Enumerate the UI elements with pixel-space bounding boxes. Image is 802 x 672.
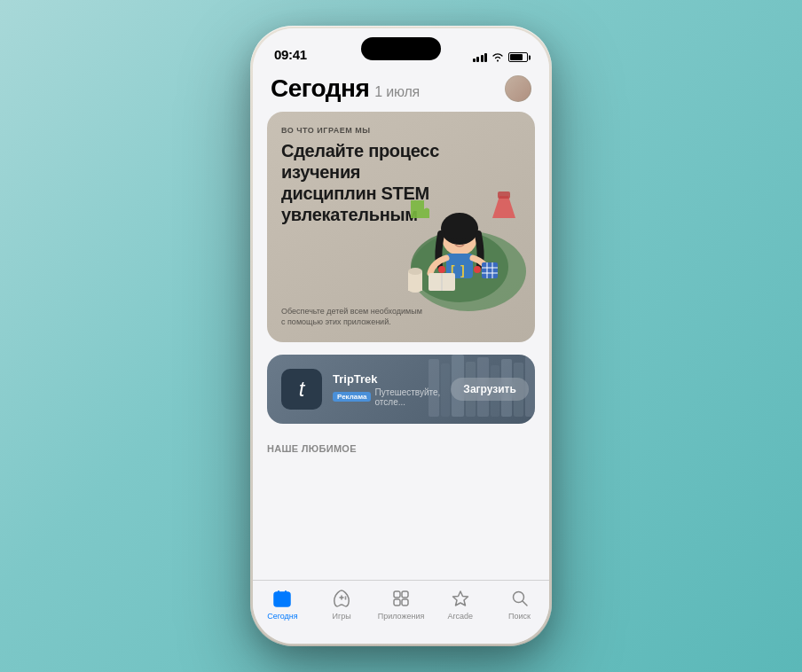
tab-arcade[interactable]: Arcade [430, 588, 490, 621]
svg-point-9 [453, 238, 457, 241]
tab-arcade-label: Arcade [448, 612, 474, 621]
svg-point-41 [345, 597, 347, 598]
svg-rect-21 [498, 191, 510, 199]
tab-games-label: Игры [333, 612, 351, 621]
featured-card[interactable]: ВО ЧТО ИГРАЕМ МЫ Сделайте процесс изучен… [267, 112, 535, 342]
tab-today-label: Сегодня [267, 612, 298, 621]
svg-rect-45 [394, 599, 400, 606]
tab-search[interactable]: Поиск [490, 588, 549, 621]
ad-info: TripTrek Реклама Путешествуйте, отсле... [333, 372, 440, 407]
svg-rect-35 [274, 596, 290, 598]
ad-badge: Реклама [333, 392, 371, 402]
apps-icon [390, 588, 412, 609]
wifi-icon [491, 52, 504, 62]
page-title: Сегодня [271, 74, 369, 103]
svg-point-5 [474, 266, 481, 273]
avatar[interactable] [505, 75, 531, 102]
svg-rect-36 [278, 590, 279, 594]
svg-point-10 [462, 238, 466, 241]
svg-rect-38 [277, 599, 280, 603]
games-icon [331, 588, 352, 609]
phone-frame: 09:41 Сегодня [250, 26, 552, 646]
battery-icon [508, 52, 528, 62]
svg-rect-44 [402, 591, 408, 598]
dynamic-island [361, 37, 441, 60]
tab-apps[interactable]: Приложения [372, 588, 431, 621]
status-bar: 09:41 [253, 28, 549, 67]
stem-illustration: [ ] [393, 174, 535, 324]
status-icons [473, 52, 529, 62]
main-content: ВО ЧТО ИГРАЕМ МЫ Сделайте процесс изучен… [253, 112, 549, 580]
ad-icon-letter: t [299, 377, 305, 402]
signal-icon [473, 53, 488, 62]
download-button[interactable]: Загрузить [451, 378, 528, 401]
svg-rect-43 [394, 591, 400, 598]
app-header: Сегодня 1 июля [253, 67, 549, 112]
tab-today[interactable]: Сегодня [253, 588, 312, 621]
tab-apps-label: Приложения [378, 612, 425, 621]
svg-point-42 [345, 598, 347, 600]
ad-card[interactable]: t TripTrek Реклама Путешествуйте, отсле.… [267, 355, 535, 424]
svg-point-24 [408, 268, 422, 275]
ad-tagline: Путешествуйте, отсле... [374, 387, 440, 407]
svg-rect-46 [402, 599, 408, 606]
section-header: НАШЕ ЛЮБИМОЕ [267, 436, 535, 456]
header-date: 1 июля [374, 84, 420, 100]
svg-line-48 [523, 601, 527, 606]
svg-point-3 [441, 213, 478, 245]
today-icon [271, 588, 293, 609]
phone-screen: 09:41 Сегодня [253, 28, 549, 644]
svg-rect-34 [274, 592, 290, 606]
tab-bar: Сегодня Игры [253, 580, 549, 644]
arcade-icon [450, 588, 471, 609]
svg-text:]: ] [460, 263, 465, 277]
svg-rect-26 [441, 363, 450, 417]
section-title: НАШЕ ЛЮБИМОЕ [267, 443, 357, 454]
header-title-group: Сегодня 1 июля [271, 74, 420, 103]
svg-rect-37 [285, 590, 287, 594]
tab-search-label: Поиск [508, 612, 531, 621]
tab-games[interactable]: Игры [312, 588, 372, 621]
status-time: 09:41 [274, 47, 307, 62]
ad-app-name: TripTrek [333, 372, 440, 386]
svg-point-4 [438, 266, 445, 273]
card-subtitle: ВО ЧТО ИГРАЕМ МЫ [281, 126, 521, 135]
search-icon [509, 588, 531, 609]
ad-app-icon: t [281, 369, 322, 410]
card-description: Обеспечьте детей всем необходимым с помо… [281, 306, 423, 328]
svg-rect-16 [482, 262, 498, 278]
ad-badges: Реклама Путешествуйте, отсле... [333, 387, 440, 407]
